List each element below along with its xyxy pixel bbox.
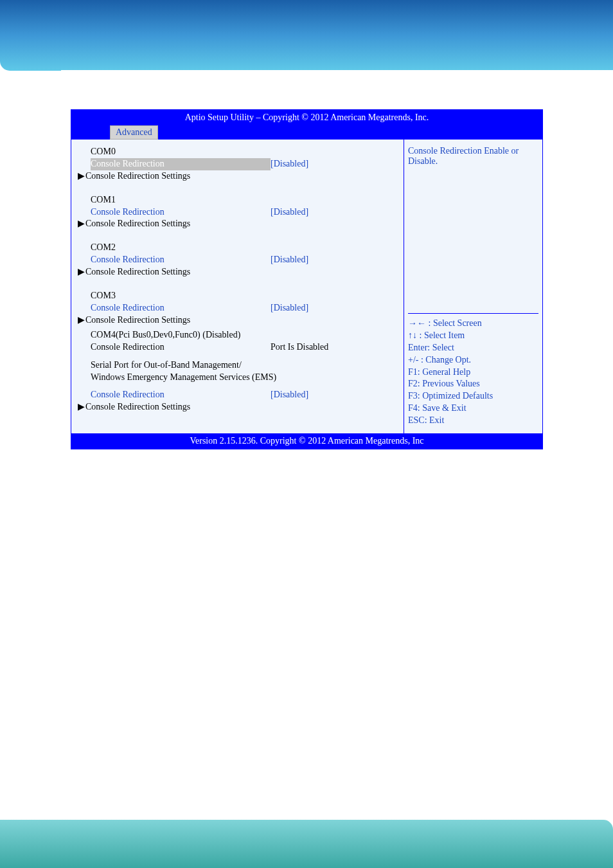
com2-settings[interactable]: ▶ Console Redirection Settings: [71, 266, 404, 278]
settings-pane: COM0 Console Redirection [Disabled] ▶ Co…: [71, 140, 404, 433]
triangle-icon: ▶: [78, 314, 85, 327]
key-esc: ESC: Exit: [408, 415, 538, 427]
ems-settings-label: Console Redirection Settings: [85, 401, 190, 413]
com1-group: COM1 Console Redirection [Disabled] ▶ Co…: [71, 194, 404, 231]
bios-window: Aptio Setup Utility – Copyright © 2012 A…: [71, 109, 543, 449]
com1-header-text: COM1: [91, 194, 116, 206]
com0-header: COM0: [71, 146, 404, 158]
com4-header-text: COM4(Pci Bus0,Dev0,Func0) (Disabled): [91, 329, 240, 341]
com2-settings-label: Console Redirection Settings: [85, 266, 190, 278]
com0-header-text: COM0: [91, 146, 116, 158]
triangle-icon: ▶: [78, 170, 85, 183]
com3-header: COM3: [71, 290, 404, 302]
key-select-screen: →← : Select Screen: [408, 318, 538, 330]
ems-redirect-label: Console Redirection: [91, 389, 271, 401]
com4-console-redirection: Console Redirection Port Is Disabled: [71, 341, 404, 354]
com0-redirect-label: Console Redirection: [91, 158, 271, 170]
ems-redirect-value: [Disabled]: [271, 389, 308, 401]
com0-console-redirection[interactable]: Console Redirection [Disabled]: [71, 158, 404, 170]
key-enter: Enter: Select: [408, 342, 538, 354]
com2-console-redirection[interactable]: Console Redirection [Disabled]: [71, 254, 404, 266]
com4-redirect-label: Console Redirection: [91, 341, 271, 354]
com2-header-text: COM2: [91, 242, 116, 254]
com4-redirect-value: Port Is Disabled: [271, 341, 328, 354]
key-f1: F1: General Help: [408, 366, 538, 379]
oob-line2-text: Windows Emergency Management Services (E…: [91, 372, 276, 384]
key-change-opt: +/- : Change Opt.: [408, 354, 538, 366]
com1-console-redirection[interactable]: Console Redirection [Disabled]: [71, 206, 404, 219]
page-footer-banner: [0, 820, 613, 868]
help-pane: Console Redirection Enable or Disable. →…: [404, 140, 542, 433]
ems-settings[interactable]: ▶ Console Redirection Settings: [71, 401, 404, 413]
key-select-item: ↑↓ : Select Item: [408, 330, 538, 342]
bios-footer: Version 2.15.1236. Copyright © 2012 Amer…: [71, 433, 542, 449]
key-f3: F3: Optimized Defaults: [408, 390, 538, 402]
com3-oob-group: COM3 Console Redirection [Disabled] ▶ Co…: [71, 290, 404, 413]
com1-settings[interactable]: ▶ Console Redirection Settings: [71, 218, 404, 230]
page-header-banner: [0, 0, 613, 71]
ems-console-redirection[interactable]: Console Redirection [Disabled]: [71, 389, 404, 401]
com0-settings-label: Console Redirection Settings: [85, 170, 190, 183]
com2-redirect-label: Console Redirection: [91, 254, 271, 266]
com3-settings[interactable]: ▶ Console Redirection Settings: [71, 314, 404, 327]
bios-title: Aptio Setup Utility – Copyright © 2012 A…: [71, 110, 542, 125]
triangle-icon: ▶: [78, 401, 85, 413]
com3-settings-label: Console Redirection Settings: [85, 314, 190, 327]
com1-redirect-label: Console Redirection: [91, 206, 271, 219]
oob-line1-text: Serial Port for Out-of-Band Management/: [91, 359, 242, 372]
com0-settings[interactable]: ▶ Console Redirection Settings: [71, 170, 404, 183]
com3-redirect-label: Console Redirection: [91, 302, 271, 314]
com3-redirect-value: [Disabled]: [271, 302, 308, 314]
oob-line1: Serial Port for Out-of-Band Management/: [71, 359, 404, 372]
com2-redirect-value: [Disabled]: [271, 254, 308, 266]
item-help-text: Console Redirection Enable or Disable.: [408, 146, 538, 313]
com0-redirect-value: [Disabled]: [271, 158, 308, 170]
triangle-icon: ▶: [78, 218, 85, 230]
com1-settings-label: Console Redirection Settings: [85, 218, 190, 230]
oob-line2: Windows Emergency Management Services (E…: [71, 372, 404, 384]
com3-console-redirection[interactable]: Console Redirection [Disabled]: [71, 302, 404, 314]
key-f2: F2: Previous Values: [408, 378, 538, 390]
tab-advanced[interactable]: Advanced: [110, 125, 158, 140]
triangle-icon: ▶: [78, 266, 85, 278]
com1-redirect-value: [Disabled]: [271, 206, 308, 219]
com2-group: COM2 Console Redirection [Disabled] ▶ Co…: [71, 242, 404, 278]
com0-group: COM0 Console Redirection [Disabled] ▶ Co…: [71, 146, 404, 183]
tab-bar: Advanced: [71, 125, 542, 140]
com1-header: COM1: [71, 194, 404, 206]
com3-header-text: COM3: [91, 290, 116, 302]
key-help: →← : Select Screen ↑↓ : Select Item Ente…: [408, 313, 538, 427]
com2-header: COM2: [71, 242, 404, 254]
com4-header: COM4(Pci Bus0,Dev0,Func0) (Disabled): [71, 329, 404, 341]
key-f4: F4: Save & Exit: [408, 402, 538, 415]
